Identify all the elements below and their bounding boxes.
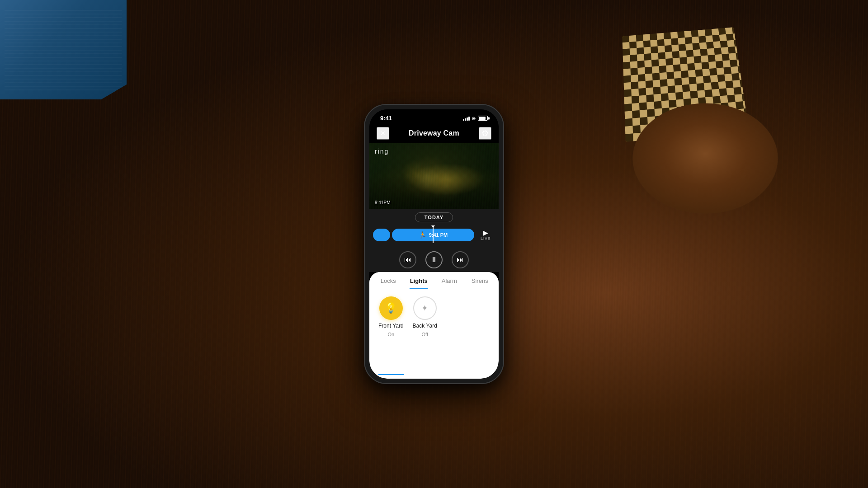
- page-title: Driveway Cam: [409, 129, 459, 137]
- signal-bar-3: [467, 117, 468, 121]
- signal-bars-icon: [463, 116, 470, 121]
- timeline-current-event[interactable]: 🏃 9:41 PM: [392, 229, 474, 241]
- app-header: × Driveway Cam ⚙: [369, 123, 499, 143]
- tab-alarm[interactable]: Alarm: [434, 272, 465, 289]
- status-icons: ⋇: [463, 115, 488, 122]
- camera-timestamp: 9:41PM: [375, 200, 390, 205]
- today-button[interactable]: TODAY: [415, 212, 453, 222]
- ring-logo: ring: [375, 148, 389, 155]
- lights-content: 💡 Front Yard On ✦ Back Yard Off: [369, 289, 499, 379]
- motion-icon: 🏃: [419, 231, 426, 239]
- front-yard-light-icon[interactable]: 💡: [379, 296, 403, 320]
- playhead: [433, 227, 434, 243]
- pause-button[interactable]: ⏸: [425, 251, 443, 268]
- signal-bar-4: [468, 117, 470, 121]
- front-yard-light-name: Front Yard: [378, 323, 404, 329]
- back-yard-light-name: Back Yard: [413, 323, 437, 329]
- live-play-icon: ▶: [483, 229, 488, 236]
- phone-container: 9:41 ⋇ × Driveway Cam: [364, 104, 504, 384]
- bottom-panel: Locks Lights Alarm Sirens 💡 Front Yard O…: [369, 272, 499, 379]
- wifi-icon: ⋇: [472, 115, 476, 122]
- battery-icon: [478, 116, 488, 121]
- books-decoration: [0, 0, 127, 99]
- pause-icon: ⏸: [430, 256, 438, 264]
- phone-screen: 9:41 ⋇ × Driveway Cam: [369, 109, 499, 379]
- light-item-front-yard[interactable]: 💡 Front Yard On: [378, 296, 404, 371]
- status-time: 9:41: [380, 115, 392, 122]
- light-on-icon: 💡: [385, 302, 397, 314]
- phone-frame: 9:41 ⋇ × Driveway Cam: [364, 104, 504, 384]
- forward-button[interactable]: ⏭: [452, 251, 469, 268]
- live-label: LIVE: [481, 236, 491, 241]
- tab-locks[interactable]: Locks: [373, 272, 404, 289]
- battery-fill: [479, 117, 486, 120]
- light-off-icon: ✦: [421, 303, 428, 313]
- signal-bar-2: [465, 118, 466, 121]
- timeline-bar[interactable]: 🏃 9:41 PM ▶ LIVE: [369, 226, 499, 244]
- dynamic-island: [414, 110, 454, 122]
- today-button-container: TODAY: [369, 212, 499, 222]
- light-glow: [408, 163, 486, 196]
- front-yard-light-status: On: [387, 332, 394, 337]
- rewind-button[interactable]: ⏮: [399, 251, 416, 268]
- tabs-row: Locks Lights Alarm Sirens: [369, 272, 499, 289]
- settings-button[interactable]: ⚙: [479, 127, 491, 140]
- tab-lights[interactable]: Lights: [404, 272, 434, 289]
- rewind-icon: ⏮: [404, 256, 411, 264]
- playback-controls: ⏮ ⏸ ⏭: [369, 246, 499, 272]
- close-button[interactable]: ×: [377, 127, 389, 140]
- live-button[interactable]: ▶ LIVE: [476, 227, 495, 243]
- forward-icon: ⏭: [457, 256, 464, 264]
- timeline-time-label: 9:41 PM: [429, 232, 448, 238]
- signal-bar-1: [463, 119, 464, 121]
- timeline-past-event[interactable]: [373, 229, 390, 241]
- tab-sirens[interactable]: Sirens: [465, 272, 495, 289]
- timeline-section: TODAY 🏃 9:41 PM ▶ LIVE: [369, 209, 499, 246]
- camera-feed: ring 9:41PM: [369, 143, 499, 209]
- back-yard-light-status: Off: [421, 332, 428, 337]
- light-item-back-yard[interactable]: ✦ Back Yard Off: [413, 296, 437, 371]
- back-yard-light-icon[interactable]: ✦: [413, 296, 437, 320]
